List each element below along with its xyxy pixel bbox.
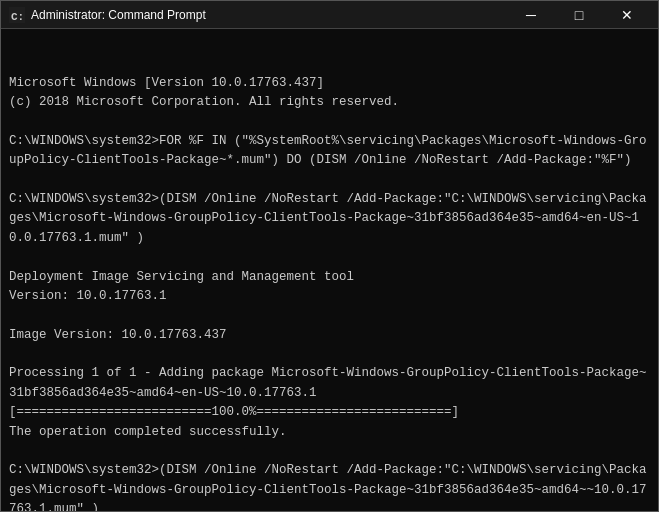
terminal-line (9, 248, 650, 267)
terminal-line (9, 171, 650, 190)
terminal-line (9, 113, 650, 132)
maximize-button[interactable]: □ (556, 1, 602, 29)
terminal-line: The operation completed successfully. (9, 423, 650, 442)
terminal-line: Image Version: 10.0.17763.437 (9, 326, 650, 345)
terminal-line: (c) 2018 Microsoft Corporation. All righ… (9, 93, 650, 112)
terminal-line (9, 442, 650, 461)
terminal-line: C:\WINDOWS\system32>(DISM /Online /NoRes… (9, 190, 650, 248)
svg-text:C:: C: (11, 11, 24, 23)
close-button[interactable]: ✕ (604, 1, 650, 29)
terminal-line: Version: 10.0.17763.1 (9, 287, 650, 306)
terminal-line (9, 345, 650, 364)
terminal-line: C:\WINDOWS\system32>(DISM /Online /NoRes… (9, 461, 650, 511)
terminal-output: Microsoft Windows [Version 10.0.17763.43… (1, 29, 658, 511)
terminal-line: Deployment Image Servicing and Managemen… (9, 268, 650, 287)
terminal-line: [==========================100.0%=======… (9, 403, 650, 422)
title-bar: C: Administrator: Command Prompt ─ □ ✕ (1, 1, 658, 29)
cmd-icon: C: (9, 7, 25, 23)
terminal-line: Microsoft Windows [Version 10.0.17763.43… (9, 74, 650, 93)
window: C: Administrator: Command Prompt ─ □ ✕ M… (0, 0, 659, 512)
terminal-line: C:\WINDOWS\system32>FOR %F IN ("%SystemR… (9, 132, 650, 171)
terminal-line: Processing 1 of 1 - Adding package Micro… (9, 364, 650, 403)
terminal-line (9, 306, 650, 325)
minimize-button[interactable]: ─ (508, 1, 554, 29)
title-bar-title: Administrator: Command Prompt (31, 8, 508, 22)
title-bar-controls: ─ □ ✕ (508, 1, 650, 29)
